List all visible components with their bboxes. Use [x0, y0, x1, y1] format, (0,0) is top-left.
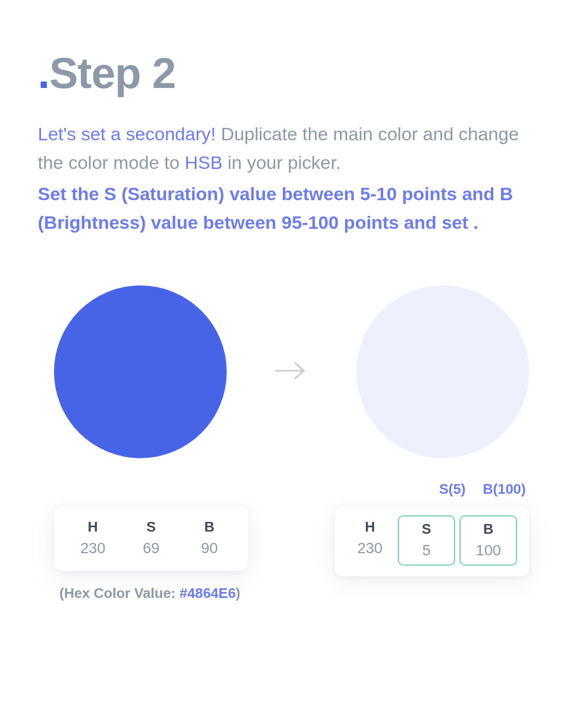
- secondary-s-label: S: [401, 521, 452, 538]
- secondary-hsb-panel: H 230 S 5 B 100: [335, 507, 529, 576]
- secondary-s-cell: S 5: [398, 515, 456, 566]
- primary-hsb-column: H 230 S 69 B 90 (Hex Color Value: #4864E…: [54, 507, 248, 602]
- primary-s-value: 69: [122, 540, 180, 557]
- hex-value: #4864E6: [180, 585, 236, 601]
- primary-hsb-panel: H 230 S 69 B 90: [54, 507, 248, 571]
- secondary-h-cell: H 230: [344, 519, 396, 562]
- primary-h-label: H: [64, 519, 122, 535]
- secondary-b-cell: B 100: [459, 515, 517, 566]
- instruction-lead: Let's set a secondary!: [38, 124, 216, 144]
- title-dot: .: [38, 49, 49, 97]
- hex-suffix: ): [236, 585, 241, 601]
- swatch-row: [38, 285, 545, 458]
- step-page: .Step 2 Let's set a secondary! Duplicate…: [0, 0, 583, 602]
- primary-b-cell: B 90: [180, 519, 239, 557]
- secondary-s-value: 5: [401, 542, 452, 559]
- secondary-h-value: 230: [344, 540, 396, 557]
- s-callout-label: S(5): [439, 481, 465, 498]
- secondary-b-label: B: [463, 521, 514, 538]
- primary-b-value: 90: [180, 540, 239, 557]
- page-title: .Step 2: [38, 49, 545, 98]
- primary-s-label: S: [122, 519, 180, 535]
- primary-color-swatch: [54, 285, 227, 458]
- title-text: Step 2: [49, 49, 175, 97]
- hex-prefix: (Hex Color Value:: [59, 585, 180, 601]
- instruction-bold: Set the S (Saturation) value between 5-1…: [38, 180, 545, 236]
- secondary-hsb-column: S(5) B(100) H 230 S 5 B 100: [335, 507, 529, 602]
- b-callout-label: B(100): [483, 481, 526, 498]
- instruction-text: Let's set a secondary! Duplicate the mai…: [38, 120, 545, 237]
- arrow-icon: [273, 360, 310, 384]
- primary-h-cell: H 230: [64, 519, 122, 557]
- secondary-color-swatch: [356, 285, 529, 458]
- secondary-h-label: H: [344, 519, 396, 535]
- primary-h-value: 230: [64, 540, 122, 557]
- hex-color-line: (Hex Color Value: #4864E6): [54, 585, 248, 602]
- instruction-hsb: HSB: [185, 152, 222, 173]
- secondary-b-value: 100: [463, 542, 514, 559]
- hsb-panels-row: H 230 S 69 B 90 (Hex Color Value: #4864E…: [38, 507, 545, 602]
- instruction-rest-2: in your picker.: [222, 152, 341, 173]
- primary-s-cell: S 69: [122, 519, 180, 557]
- primary-b-label: B: [180, 519, 239, 535]
- sb-callout-labels: S(5) B(100): [439, 481, 526, 498]
